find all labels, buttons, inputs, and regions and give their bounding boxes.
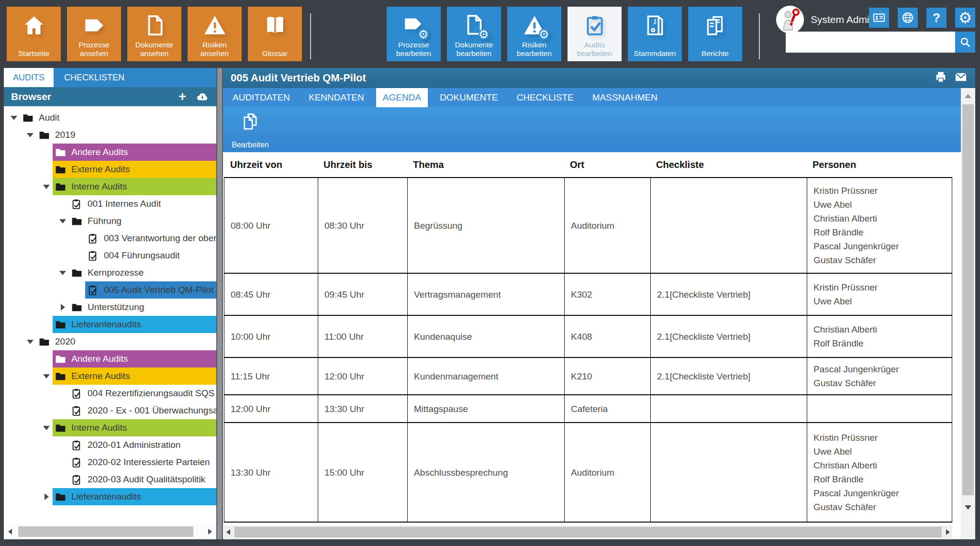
tree-node-005-audit-vertrieb-qm-pilot[interactable]: 005 Audit Vertrieb QM-Pilot (4, 281, 216, 299)
tree-node-2020[interactable]: 2020 (4, 333, 216, 350)
folder-icon (55, 164, 67, 176)
tab-massnahmen[interactable]: MASSNAHMEN (586, 88, 664, 107)
header-button-globe[interactable] (898, 8, 918, 28)
tree-node-andere-audits[interactable]: Andere Audits (4, 144, 216, 161)
header-button-id-card[interactable] (869, 8, 889, 28)
person-name: Uwe Abel (813, 198, 948, 212)
tab-kenndaten[interactable]: KENNDATEN (302, 88, 371, 107)
tree-node-unterst-tzung[interactable]: Unterstützung (4, 299, 216, 316)
tree-collapse-arrow[interactable] (24, 126, 36, 144)
scroll-down-arrow (965, 505, 971, 510)
table-row[interactable]: 08:45 Uhr09:45 UhrVertragsmanagementK302… (224, 273, 952, 315)
tree-node-interne-audits[interactable]: Interne Audits (4, 178, 216, 195)
cell-personen: Christian AlbertiRolf Brändle (807, 316, 952, 357)
tree-node-2020-ex-001-berwachungsaudit-i[interactable]: 2020 - Ex - 001 Überwachungsaudit I (4, 402, 216, 419)
tree-node-externe-audits[interactable]: Externe Audits (4, 368, 216, 385)
toolbar-button-audits-bearbeiten[interactable]: Audits bearbeiten (568, 7, 622, 61)
tree-collapse-arrow[interactable] (8, 109, 20, 126)
sidebar-tab-audits[interactable]: AUDITS (4, 68, 54, 87)
tree-node-004-f-hrungsaudit[interactable]: 004 Führungsaudit (4, 247, 216, 264)
folder-icon (55, 319, 67, 331)
toolbar-button-startseite[interactable]: Startseite (7, 7, 61, 61)
risk-icon (203, 13, 227, 37)
tree-collapse-arrow[interactable] (40, 178, 53, 195)
tree-node-004-rezertifizierungsaudit-sqs-iso-9[interactable]: 004 Rezertifizierungsaudit SQS ISO 9 (4, 385, 216, 402)
search-input[interactable] (786, 32, 955, 53)
toolbar-button-prozesse-ansehen[interactable]: Prozesse ansehen (67, 7, 121, 61)
tree-node-2019[interactable]: 2019 (4, 126, 216, 144)
cell-checkliste: 2.1[Checkliste Vertrieb] (650, 358, 807, 394)
toolbar-button-prozesse-bearbeiten[interactable]: ⚙Prozesse bearbeiten (387, 7, 441, 61)
table-row[interactable]: 10:00 Uhr11:00 UhrKundenaquiseK4082.1[Ch… (224, 315, 952, 357)
print-icon[interactable] (934, 70, 947, 86)
tree-node-2020-02-interessierte-parteien[interactable]: 2020-02 Interessierte Parteien (4, 454, 216, 471)
edit-pages-icon (241, 112, 260, 131)
person-name: Christian Alberti (813, 323, 948, 336)
tree-node-label: Lieferantenaudits (71, 491, 141, 502)
person-name: Rolf Brändle (813, 336, 948, 350)
main-vertical-scrollbar[interactable] (961, 88, 975, 539)
sidebar-horizontal-scrollbar[interactable] (6, 525, 214, 538)
tab-agenda[interactable]: AGENDA (376, 88, 428, 107)
person-name: Pascal Jungenkrüger (813, 486, 948, 500)
cell-ort: Auditorium (564, 423, 650, 522)
toolbar-button-risiken-ansehen[interactable]: Risiken ansehen (188, 7, 242, 61)
table-row[interactable]: 08:00 Uhr08:30 UhrBegrüssungAuditoriumKr… (224, 177, 952, 273)
risk-edit-icon: ⚙ (523, 13, 546, 37)
toolbar-button-stammdaten[interactable]: Stammdaten (628, 7, 682, 61)
tree-node-001-internes-audit[interactable]: 001 Internes Audit (4, 195, 216, 212)
user-avatar[interactable] (776, 6, 804, 33)
person-name: Pascal Jungenkrüger (813, 239, 948, 253)
header-button-help[interactable]: ? (926, 8, 947, 28)
tree-collapse-arrow[interactable] (56, 264, 69, 281)
tree-node-externe-audits[interactable]: Externe Audits (4, 161, 216, 178)
table-row[interactable]: 11:15 Uhr12:00 UhrKundenmanagementK2102.… (224, 357, 952, 394)
tree-node-kernprozesse[interactable]: Kernprozesse (4, 264, 216, 281)
cell-ort: K408 (564, 316, 650, 357)
tree-node-label: Interne Audits (71, 181, 127, 192)
tree-node-interne-audits[interactable]: Interne Audits (4, 419, 216, 436)
table-row[interactable]: 13:30 Uhr15:00 UhrAbschlussbesprechungAu… (224, 422, 952, 522)
tab-checkliste[interactable]: CHECKLISTE (510, 88, 580, 107)
masterdata-icon (643, 13, 667, 37)
tree-node-2020-03-audit-qualit-tspolitik[interactable]: 2020-03 Audit Qualitätspolitik (4, 471, 216, 488)
glossary-icon (263, 13, 287, 37)
toolbar-button-berichte[interactable]: Berichte (688, 7, 742, 61)
tree-node-audit[interactable]: Audit (4, 109, 216, 126)
folder-icon (55, 370, 67, 382)
tree-node-label: 003 Verantwortung der obersten L (104, 233, 216, 244)
sidebar-tab-checklisten[interactable]: CHECKLISTEN (55, 68, 134, 87)
cell-value: 12:00 Uhr (324, 369, 403, 383)
tree-node-003-verantwortung-der-obersten-l[interactable]: 003 Verantwortung der obersten L (4, 230, 216, 247)
tree-node-2020-01-administration[interactable]: 2020-01 Administration (4, 436, 216, 454)
tree-expand-arrow[interactable] (56, 299, 69, 316)
tree-node-f-hrung[interactable]: Führung (4, 212, 216, 230)
tree-collapse-arrow[interactable] (24, 333, 36, 350)
mail-icon[interactable] (954, 70, 968, 86)
add-node-button[interactable]: + (178, 90, 186, 103)
cell-personen: Pascal JungenkrügerGustav Schäfer (807, 358, 952, 394)
search-button[interactable] (955, 32, 975, 53)
tab-auditdaten[interactable]: AUDITDATEN (226, 88, 297, 107)
tree-node-label: 005 Audit Vertrieb QM-Pilot (104, 285, 213, 295)
tree-node-lieferantenaudits[interactable]: Lieferantenaudits (4, 488, 216, 505)
header-button-settings[interactable]: ⚙ (955, 8, 975, 28)
bearbeiten-button[interactable]: Bearbeiten (229, 110, 272, 150)
cloud-download-icon[interactable] (196, 90, 209, 103)
toolbar-button-glossar[interactable]: Glossar (248, 7, 302, 61)
cell-ort: Cafeteria (564, 395, 650, 422)
toolbar-button-dokumente-bearbeiten[interactable]: ⚙Dokumente bearbeiten (447, 7, 501, 61)
tree-node-body: 004 Rezertifizierungsaudit SQS ISO 9 (69, 385, 216, 402)
tab-dokumente[interactable]: DOKUMENTE (433, 88, 504, 107)
toolbar-button-dokumente-ansehen[interactable]: Dokumente ansehen (127, 7, 181, 61)
table-row[interactable]: 12:00 Uhr13:30 UhrMittagspauseCafeteria (224, 394, 952, 422)
sidebar-splitter[interactable] (216, 68, 223, 539)
toolbar-button-risiken-bearbeiten[interactable]: ⚙Risiken bearbeiten (507, 7, 561, 61)
tree-collapse-arrow[interactable] (40, 368, 53, 385)
tree-node-andere-audits[interactable]: Andere Audits (4, 350, 216, 368)
tree-collapse-arrow[interactable] (40, 419, 53, 436)
tree-expand-arrow[interactable] (40, 488, 53, 505)
tree-node-lieferantenaudits[interactable]: Lieferantenaudits (4, 316, 216, 333)
main-horizontal-scrollbar[interactable] (224, 525, 952, 539)
tree-collapse-arrow[interactable] (56, 212, 69, 230)
